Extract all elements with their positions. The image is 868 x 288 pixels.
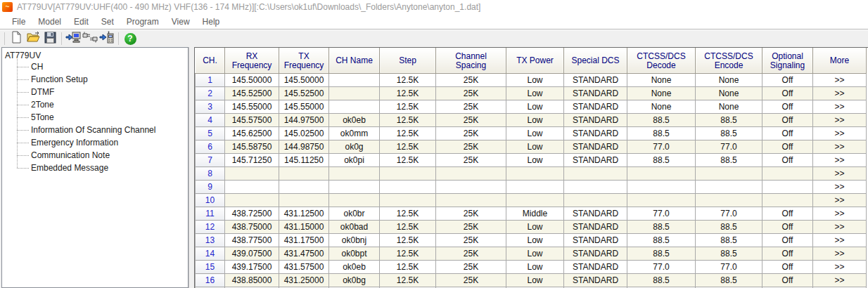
tx-power-cell[interactable] bbox=[506, 181, 564, 194]
column-header-special-dcs[interactable]: Special DCS bbox=[564, 48, 627, 74]
more-button-cell[interactable]: >> bbox=[813, 154, 867, 167]
tx-frequency-cell[interactable]: 145.02500 bbox=[279, 127, 329, 140]
step-cell[interactable]: 12.5K bbox=[380, 114, 436, 127]
column-header-channel-spacing[interactable]: Channel Spacing bbox=[436, 48, 506, 74]
channel-spacing-cell[interactable] bbox=[436, 167, 506, 181]
row-number-cell[interactable]: 13 bbox=[196, 234, 225, 247]
more-button-cell[interactable]: >> bbox=[813, 261, 867, 274]
more-button-cell[interactable]: >> bbox=[813, 127, 867, 140]
ch-name-cell[interactable]: ok0mm bbox=[329, 127, 380, 140]
menu-program[interactable]: Program bbox=[120, 15, 165, 28]
ctcss-dcs-encode-cell[interactable]: 88.5 bbox=[696, 127, 762, 140]
row-number-cell[interactable]: 12 bbox=[196, 221, 225, 234]
rx-frequency-cell[interactable]: 145.62500 bbox=[225, 127, 279, 140]
channel-spacing-cell[interactable]: 25K bbox=[436, 221, 506, 234]
optional-signaling-cell[interactable]: Off bbox=[762, 74, 813, 87]
step-cell[interactable]: 12.5K bbox=[380, 74, 436, 87]
special-dcs-cell[interactable]: STANDARD bbox=[564, 221, 627, 234]
optional-signaling-cell[interactable]: Off bbox=[762, 100, 813, 114]
tree-item-2tone[interactable]: 2Tone bbox=[17, 98, 188, 111]
row-number-cell[interactable]: 4 bbox=[196, 114, 225, 127]
tree-item-function-setup[interactable]: Function Setup bbox=[17, 73, 188, 86]
column-header-optional-signaling[interactable]: Optional Signaling bbox=[762, 48, 813, 74]
step-cell[interactable]: 12.5K bbox=[380, 247, 436, 261]
tx-power-cell[interactable] bbox=[506, 167, 564, 181]
tx-frequency-cell[interactable]: 431.25000 bbox=[279, 274, 329, 287]
more-button-cell[interactable]: >> bbox=[813, 114, 867, 127]
special-dcs-cell[interactable]: STANDARD bbox=[564, 247, 627, 261]
ctcss-dcs-decode-cell[interactable]: 88.5 bbox=[627, 114, 696, 127]
optional-signaling-cell[interactable] bbox=[762, 181, 813, 194]
optional-signaling-cell[interactable]: Off bbox=[762, 261, 813, 274]
tx-power-cell[interactable]: Low bbox=[506, 127, 564, 140]
special-dcs-cell[interactable]: STANDARD bbox=[564, 207, 627, 221]
tx-frequency-cell[interactable] bbox=[279, 181, 329, 194]
row-number-cell[interactable]: 15 bbox=[196, 261, 225, 274]
optional-signaling-cell[interactable] bbox=[762, 194, 813, 207]
ctcss-dcs-decode-cell[interactable]: 88.5 bbox=[627, 221, 696, 234]
row-number-cell[interactable]: 14 bbox=[196, 247, 225, 261]
step-cell[interactable]: 12.5K bbox=[380, 87, 436, 100]
ctcss-dcs-decode-cell[interactable] bbox=[627, 194, 696, 207]
more-button-cell[interactable]: >> bbox=[813, 167, 867, 181]
special-dcs-cell[interactable]: STANDARD bbox=[564, 127, 627, 140]
tree-item-5tone[interactable]: 5Tone bbox=[17, 111, 188, 124]
step-cell[interactable]: 12.5K bbox=[380, 127, 436, 140]
ch-name-cell[interactable]: ok0g bbox=[329, 140, 380, 154]
tx-power-cell[interactable]: Middle bbox=[506, 207, 564, 221]
channel-spacing-cell[interactable]: 25K bbox=[436, 87, 506, 100]
special-dcs-cell[interactable]: STANDARD bbox=[564, 261, 627, 274]
tx-power-cell[interactable]: Low bbox=[506, 154, 564, 167]
rx-frequency-cell[interactable]: 145.55000 bbox=[225, 100, 279, 114]
ctcss-dcs-decode-cell[interactable]: None bbox=[627, 87, 696, 100]
tx-frequency-cell[interactable]: 431.17500 bbox=[279, 234, 329, 247]
tx-frequency-cell[interactable]: 144.98750 bbox=[279, 140, 329, 154]
menu-help[interactable]: Help bbox=[196, 15, 226, 28]
ctcss-dcs-decode-cell[interactable]: 77.0 bbox=[627, 140, 696, 154]
channel-spacing-cell[interactable]: 25K bbox=[436, 74, 506, 87]
more-button-cell[interactable]: >> bbox=[813, 221, 867, 234]
ctcss-dcs-encode-cell[interactable]: 88.5 bbox=[696, 154, 762, 167]
menu-set[interactable]: Set bbox=[95, 15, 120, 28]
channel-spacing-cell[interactable]: 25K bbox=[436, 100, 506, 114]
ctcss-dcs-encode-cell[interactable]: 88.5 bbox=[696, 247, 762, 261]
ctcss-dcs-encode-cell[interactable] bbox=[696, 181, 762, 194]
row-number-cell[interactable]: 9 bbox=[196, 181, 225, 194]
channel-spacing-cell[interactable]: 25K bbox=[436, 140, 506, 154]
tx-frequency-cell[interactable]: 431.12500 bbox=[279, 207, 329, 221]
channel-spacing-cell[interactable]: 25K bbox=[436, 127, 506, 140]
tree-item-embedded-message[interactable]: Embedded Message bbox=[17, 162, 188, 174]
rx-frequency-cell[interactable] bbox=[225, 194, 279, 207]
column-header-more[interactable]: More bbox=[813, 48, 867, 74]
column-header-tx-power[interactable]: TX Power bbox=[506, 48, 564, 74]
optional-signaling-cell[interactable]: Off bbox=[762, 114, 813, 127]
ch-name-cell[interactable]: ok0bg bbox=[329, 274, 380, 287]
special-dcs-cell[interactable]: STANDARD bbox=[564, 154, 627, 167]
rx-frequency-cell[interactable]: 438.72500 bbox=[225, 207, 279, 221]
panel-splitter[interactable] bbox=[189, 47, 194, 288]
step-cell[interactable]: 12.5K bbox=[380, 221, 436, 234]
rx-frequency-cell[interactable]: 145.71250 bbox=[225, 154, 279, 167]
ctcss-dcs-encode-cell[interactable]: 77.0 bbox=[696, 207, 762, 221]
row-number-cell[interactable]: 16 bbox=[196, 274, 225, 287]
ctcss-dcs-encode-cell[interactable]: 88.5 bbox=[696, 221, 762, 234]
rx-frequency-cell[interactable]: 145.52500 bbox=[225, 87, 279, 100]
rx-frequency-cell[interactable]: 438.77500 bbox=[225, 234, 279, 247]
ch-name-cell[interactable]: ok0bad bbox=[329, 221, 380, 234]
special-dcs-cell[interactable]: STANDARD bbox=[564, 114, 627, 127]
ctcss-dcs-encode-cell[interactable] bbox=[696, 194, 762, 207]
new-file-button[interactable] bbox=[8, 31, 25, 46]
ch-name-cell[interactable]: ok0pi bbox=[329, 154, 380, 167]
special-dcs-cell[interactable]: STANDARD bbox=[564, 140, 627, 154]
step-cell[interactable]: 12.5K bbox=[380, 234, 436, 247]
optional-signaling-cell[interactable] bbox=[762, 167, 813, 181]
tree-item-communication-note[interactable]: Communication Note bbox=[17, 149, 188, 162]
special-dcs-cell[interactable]: STANDARD bbox=[564, 274, 627, 287]
row-number-cell[interactable]: 10 bbox=[196, 194, 225, 207]
row-number-cell[interactable]: 8 bbox=[196, 167, 225, 181]
row-number-cell[interactable]: 2 bbox=[196, 87, 225, 100]
channel-spacing-cell[interactable] bbox=[436, 194, 506, 207]
tx-frequency-cell[interactable]: 145.55000 bbox=[279, 100, 329, 114]
ctcss-dcs-decode-cell[interactable]: 88.5 bbox=[627, 154, 696, 167]
rx-frequency-cell[interactable]: 145.50000 bbox=[225, 74, 279, 87]
